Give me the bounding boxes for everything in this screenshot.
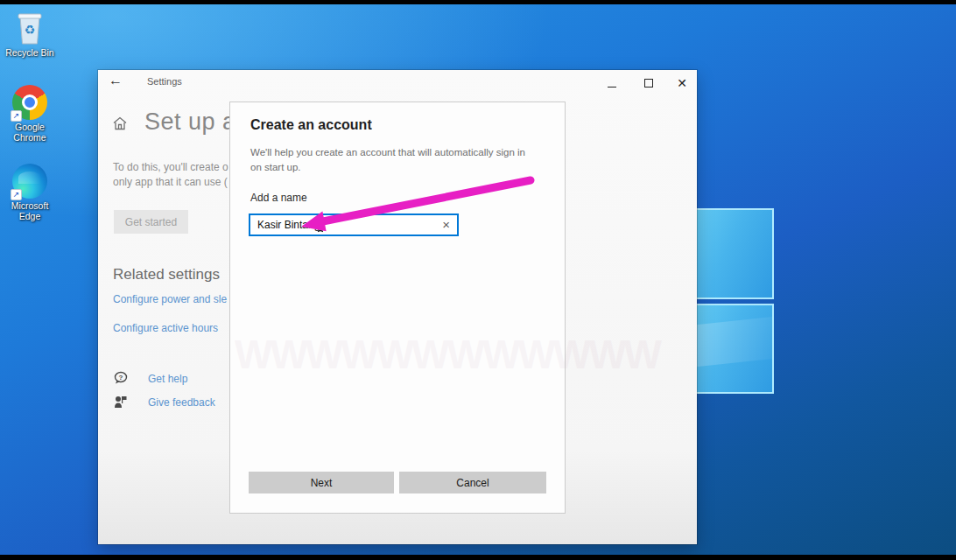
recycle-bin-icon: ♻ <box>12 10 47 46</box>
name-input[interactable] <box>250 219 435 231</box>
shortcut-arrow-icon: ↗ <box>11 110 22 122</box>
dialog-description-line: on start up. <box>250 160 525 175</box>
maximize-icon <box>644 79 653 88</box>
dialog-description-line: We'll help you create an account that wi… <box>250 145 525 160</box>
maximize-button[interactable] <box>637 75 660 91</box>
windows-logo-pane-bottom <box>688 304 774 394</box>
create-account-dialog: Create an account We'll help you create … <box>229 102 566 514</box>
edge-icon: ↗ <box>12 164 47 199</box>
back-button[interactable]: ← <box>109 73 123 88</box>
close-icon: ✕ <box>677 76 687 90</box>
page-description-line: To do this, you'll create o <box>113 161 228 173</box>
svg-text:♻: ♻ <box>25 23 36 37</box>
related-settings-heading: Related settings <box>113 266 220 284</box>
home-icon <box>112 116 128 135</box>
desktop-icon-google-chrome[interactable]: ↗ Google Chrome <box>0 85 60 143</box>
link-configure-power-and-sleep[interactable]: Configure power and sle <box>113 293 227 305</box>
add-a-name-label: Add a name <box>250 192 307 204</box>
link-configure-active-hours[interactable]: Configure active hours <box>113 322 218 334</box>
clear-input-icon[interactable]: × <box>435 215 457 234</box>
page-description-line: only app that it can use ( <box>113 176 228 188</box>
desktop-icon-recycle-bin[interactable]: ♻ Recycle Bin <box>0 10 60 59</box>
close-button[interactable]: ✕ <box>671 75 693 91</box>
window-titlebar[interactable]: ← Settings ✕ <box>98 70 697 96</box>
name-input-field[interactable]: × <box>249 214 459 236</box>
get-started-button[interactable]: Get started <box>114 210 188 234</box>
dialog-description: We'll help you create an account that wi… <box>250 145 525 175</box>
svg-text:?: ? <box>119 374 123 382</box>
desktop-icon-label: Google Chrome <box>0 122 60 143</box>
feedback-person-icon <box>114 395 127 412</box>
shortcut-arrow-icon: ↗ <box>11 189 22 200</box>
give-feedback-label: Give feedback <box>148 396 215 409</box>
windows-logo-pane-top <box>688 208 774 299</box>
help-chat-bubble-icon: ? <box>114 371 129 388</box>
desktop-icon-microsoft-edge[interactable]: ↗ Microsoft Edge <box>0 164 60 221</box>
dialog-title: Create an account <box>250 117 372 133</box>
minimize-button[interactable] <box>601 75 623 91</box>
desktop-icon-label: Microsoft Edge <box>0 201 60 221</box>
chrome-icon: ↗ <box>12 85 47 120</box>
desktop-icon-label: Recycle Bin <box>0 48 60 59</box>
get-help-label: Get help <box>148 373 187 385</box>
minimize-icon <box>608 87 616 88</box>
window-title: Settings <box>147 76 182 87</box>
next-button[interactable]: Next <box>249 472 394 494</box>
cancel-button[interactable]: Cancel <box>399 472 546 494</box>
